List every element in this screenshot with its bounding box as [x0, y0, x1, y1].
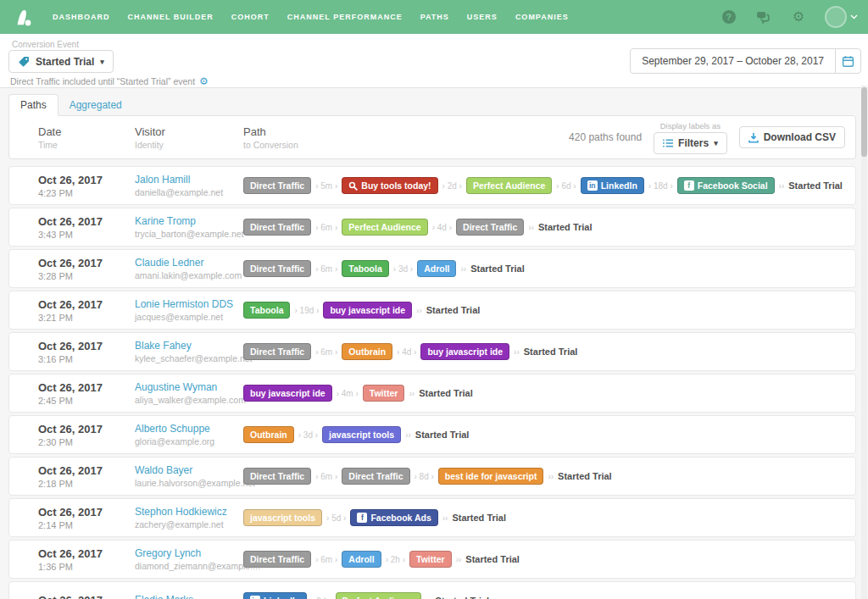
attribution-logo-icon[interactable]	[10, 4, 36, 30]
channel-badge: Direct Traffic	[243, 219, 311, 236]
path-gap-duration: › 19d ›	[294, 306, 319, 315]
calendar-button[interactable]	[835, 49, 860, 73]
visitor-name-link[interactable]: Blake Fahey	[135, 340, 243, 352]
scrollbar-thumb[interactable]	[861, 87, 867, 157]
conversion-event-name: Started Trial	[436, 596, 490, 599]
channel-badge: fFacebook Ads	[350, 509, 437, 526]
facebook-icon: f	[684, 180, 694, 191]
nav-item-channel-performance[interactable]: CHANNEL PERFORMANCE	[287, 13, 403, 21]
path-end-separator: ››	[528, 223, 534, 232]
date-cell: Oct 26, 20171:36 PM	[38, 547, 135, 572]
channel-badge: best ide for javascript	[438, 468, 544, 485]
table-row: Oct 26, 20171:36 PMGregory Lynchdiamond_…	[8, 540, 856, 579]
path-gap-duration: › 2h ›	[386, 555, 405, 564]
settings-gear-icon[interactable]: ⚙	[793, 10, 804, 24]
table-row: Oct 26, 20173:21 PMLonie Hermiston DDSja…	[8, 291, 856, 330]
column-header-date: Date Time	[38, 125, 135, 150]
path-gap-duration: › 4d ›	[432, 223, 452, 232]
row-time: 2:14 PM	[38, 520, 135, 530]
date-cell: Oct 26, 20174:23 PM	[38, 174, 135, 198]
path-gap-duration: › 6m ›	[315, 555, 337, 564]
visitor-name-link[interactable]: Jalon Hamill	[135, 174, 243, 186]
row-date: Oct 26, 2017	[38, 215, 135, 228]
visitor-name-link[interactable]: Alberto Schuppe	[135, 423, 243, 435]
nav-item-dashboard[interactable]: DASHBOARD	[53, 13, 110, 21]
table-header-panel: Date Time Visitor Identity Path to Conve…	[8, 115, 856, 159]
visitor-cell: Karine Tromptrycia_barton@example.net	[135, 215, 243, 239]
row-date: Oct 26, 2017	[38, 257, 135, 269]
help-icon[interactable]: ?	[722, 10, 736, 24]
row-time: 3:16 PM	[38, 354, 135, 364]
nav-item-paths[interactable]: PATHS	[420, 13, 449, 21]
app-window: DASHBOARD CHANNEL BUILDER COHORT CHANNEL…	[0, 0, 868, 599]
visitor-name-link[interactable]: Augustine Wyman	[135, 381, 243, 393]
row-date: Oct 26, 2017	[38, 423, 135, 435]
column-title: Path	[243, 125, 298, 138]
conversion-path: Taboola› 19d ›buy javascript ide››Starte…	[243, 302, 855, 319]
chat-icon[interactable]	[756, 11, 772, 24]
date-range-picker[interactable]: September 29, 2017 – October 28, 2017	[630, 48, 861, 74]
note-settings-gear-icon[interactable]: ⚙	[199, 76, 209, 86]
nav-item-channel-builder[interactable]: CHANNEL BUILDER	[128, 13, 214, 21]
channel-badge: inLinkedIn	[243, 592, 307, 599]
channel-badge: buy javascript ide	[323, 302, 412, 319]
download-button-label: Download CSV	[764, 131, 836, 143]
path-gap-duration: › 6d ›	[556, 181, 576, 191]
account-menu[interactable]	[825, 6, 858, 28]
visitor-name-link[interactable]: Claudie Ledner	[135, 257, 243, 269]
table-row: Oct 26, 20172:14 PMStephon Hodkiewiczzac…	[8, 498, 856, 537]
tab-paths[interactable]: Paths	[8, 94, 58, 116]
row-date: Oct 26, 2017	[38, 340, 135, 352]
visitor-name-link[interactable]: Gregory Lynch	[135, 547, 243, 559]
download-csv-button[interactable]: Download CSV	[739, 126, 845, 148]
path-gap-duration: › 5d ›	[326, 513, 346, 523]
path-end-separator: ››	[514, 347, 520, 357]
visitor-name-link[interactable]: Lonie Hermiston DDS	[135, 298, 243, 310]
visitor-cell: Blake Faheykylee_schaefer@example.net	[135, 340, 243, 363]
visitor-email: daniella@example.net	[135, 187, 243, 197]
channel-badge: javascript tools	[322, 426, 401, 443]
channel-badge: Outbrain	[243, 426, 294, 443]
channel-badge: javascript tools	[243, 509, 322, 526]
visitor-name-link[interactable]: Stephon Hodkiewicz	[135, 506, 243, 518]
row-date: Oct 26, 2017	[38, 381, 135, 394]
column-header-path: Path to Conversion	[243, 125, 298, 150]
conversion-event-name: Started Trial	[419, 388, 473, 398]
row-date: Oct 26, 2017	[38, 464, 135, 477]
linkedin-icon: in	[250, 596, 260, 599]
path-gap-duration: › 2d ›	[311, 596, 331, 599]
nav-item-users[interactable]: USERS	[467, 13, 498, 21]
main-content: Paths Aggregated Date Time Visitor Ident…	[0, 88, 868, 599]
table-row: Oct 26, 20174:23 PMJalon Hamilldaniella@…	[8, 166, 856, 205]
visitor-cell: Waldo Bayerlaurie.halvorson@example.net	[135, 464, 243, 488]
channel-badge: Adroll	[342, 551, 381, 568]
filters-dropdown-button[interactable]: Filters ▾	[654, 132, 727, 154]
column-subtitle: Time	[38, 140, 135, 150]
channel-badge: buy javascript ide	[243, 385, 332, 402]
scrollbar[interactable]	[861, 86, 867, 599]
conversion-event-value: Started Trial	[36, 56, 94, 68]
row-time: 4:23 PM	[38, 188, 135, 198]
visitor-name-link[interactable]: Waldo Bayer	[135, 464, 243, 476]
visitor-cell: Eladio Marks	[135, 594, 243, 599]
visitor-name-link[interactable]: Eladio Marks	[135, 594, 243, 599]
table-row: Oct 26, 2017Eladio MarksinLinkedIn› 2d ›…	[8, 581, 856, 599]
nav-item-cohort[interactable]: COHORT	[231, 13, 270, 21]
conversion-event-dropdown[interactable]: Started Trial ▾	[8, 50, 114, 73]
conversion-path: Direct Traffic› 6m ›Direct Traffic› 8d ›…	[243, 468, 855, 485]
column-header-visitor: Visitor Identity	[135, 125, 243, 150]
channel-badge: buy javascript ide	[420, 343, 509, 360]
visitor-name-link[interactable]: Karine Tromp	[135, 215, 243, 227]
channel-badge: Perfect Audience	[466, 177, 552, 194]
channel-badge: fFacebook Social	[677, 177, 775, 194]
table-row: Oct 26, 20172:18 PMWaldo Bayerlaurie.hal…	[8, 457, 856, 496]
tab-aggregated[interactable]: Aggregated	[58, 95, 133, 115]
nav-item-companies[interactable]: COMPANIES	[515, 13, 569, 21]
path-gap-duration: › 4m ›	[337, 389, 359, 398]
channel-badge: Direct Traffic	[243, 260, 311, 277]
path-gap-duration: › 8d ›	[415, 472, 434, 481]
conversion-event-label: Conversion Event	[12, 40, 79, 49]
path-gap-duration: › 6m ›	[315, 472, 337, 481]
visitor-email: kylee_schaefer@example.net	[135, 353, 243, 363]
row-date: Oct 26, 2017	[38, 594, 135, 599]
